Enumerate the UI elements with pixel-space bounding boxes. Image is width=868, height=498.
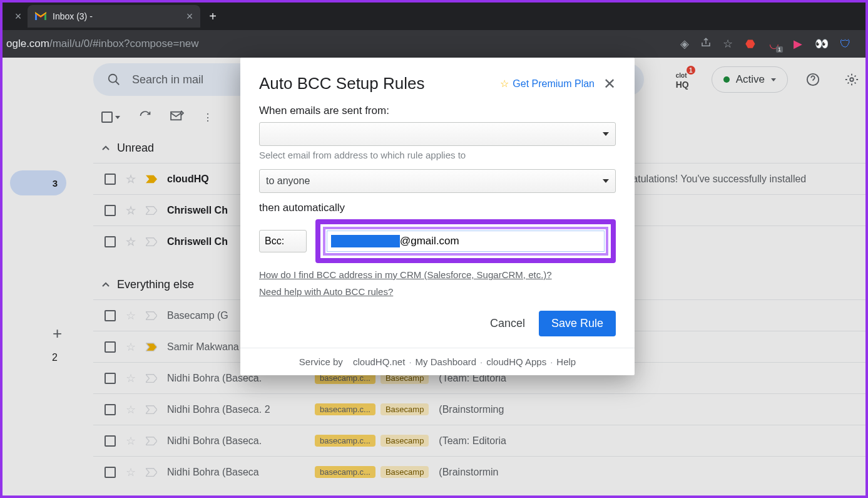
bcc-label: Bcc: — [265, 236, 284, 247]
label-chip[interactable]: basecamp.c... — [315, 403, 375, 415]
row-checkbox[interactable] — [105, 236, 116, 247]
bcc-suffix: @gmail.com — [400, 235, 459, 247]
rules-help-link[interactable]: Need help with Auto BCC rules? — [259, 286, 616, 297]
star-icon[interactable]: ☆ — [126, 371, 136, 385]
close-icon[interactable]: × — [186, 10, 193, 23]
chevron-down-icon — [771, 78, 776, 81]
section-title: Unread — [117, 142, 154, 155]
svg-point-2 — [850, 78, 854, 81]
label-chip[interactable]: basecamp.c... — [315, 435, 375, 447]
status-label: Active — [736, 73, 765, 86]
importance-icon[interactable] — [146, 206, 157, 215]
importance-icon[interactable] — [146, 374, 157, 383]
mark-read-icon[interactable] — [170, 110, 184, 124]
help-icon[interactable] — [799, 66, 827, 93]
star-icon[interactable]: ☆ — [126, 172, 136, 186]
footer-text: Service by — [299, 356, 343, 367]
rail-label-count[interactable]: 2 — [10, 352, 66, 363]
row-checkbox[interactable] — [105, 174, 116, 185]
bcc-type-select[interactable]: Bcc: — [259, 230, 307, 252]
save-rule-button[interactable]: Save Rule — [539, 311, 616, 336]
address-bar: ogle.com/mail/u/0/#inbox?compose=new ◈ ☆… — [3, 30, 865, 58]
badge-count: 1 — [687, 66, 695, 75]
modal-title: Auto BCC Setup Rules — [259, 74, 500, 93]
star-icon[interactable]: ☆ — [126, 309, 136, 323]
rail-inbox-count[interactable]: 3 — [10, 170, 66, 195]
more-icon[interactable]: ⋮ — [203, 112, 213, 123]
ext-ublock-icon[interactable]: ⬣ — [744, 38, 757, 50]
row-checkbox[interactable] — [105, 373, 116, 384]
row-checkbox[interactable] — [105, 341, 116, 353]
row-checkbox[interactable] — [105, 467, 116, 478]
importance-icon[interactable] — [146, 237, 157, 246]
ext-shield-icon[interactable]: 🛡 — [839, 38, 852, 50]
label-from: When emails are sent from: — [259, 105, 616, 117]
to-select[interactable]: to anyone — [259, 169, 616, 193]
row-checkbox[interactable] — [105, 404, 116, 415]
cloudhq-badge[interactable]: clotHQ 1 — [676, 70, 689, 90]
ext-play-icon[interactable]: ▶ — [792, 38, 804, 50]
importance-icon[interactable] — [146, 343, 157, 351]
star-icon[interactable]: ☆ — [126, 403, 136, 417]
mail-row[interactable]: ☆ Nidhi Bohra (Baseca. basecamp.c...Base… — [93, 425, 865, 456]
tab-title: Inbox (3) - — [53, 11, 93, 21]
share-icon[interactable] — [700, 37, 712, 51]
importance-icon[interactable] — [146, 405, 157, 414]
footer-apps-link[interactable]: cloudHQ Apps — [486, 356, 546, 367]
browser-tab-strip: × Inbox (3) - × + — [3, 3, 865, 30]
row-checkbox[interactable] — [105, 435, 116, 447]
mail-row[interactable]: ☆ Nidhi Bohra (Baseca basecamp.c...Basec… — [93, 456, 865, 487]
star-icon[interactable]: ☆ — [126, 204, 136, 217]
label-chip[interactable]: Basecamp — [380, 466, 429, 478]
settings-icon[interactable] — [838, 66, 865, 93]
importance-icon[interactable] — [146, 175, 157, 184]
cancel-button[interactable]: Cancel — [490, 317, 525, 330]
tab-active[interactable]: Inbox (3) - × — [28, 5, 200, 28]
section-title: Everything else — [117, 278, 194, 291]
ext-pocket-icon[interactable]: ◡1 — [768, 38, 780, 50]
footer-dashboard-link[interactable]: My Dashboard — [416, 356, 477, 367]
rail-plus-icon[interactable]: + — [53, 324, 62, 343]
from-hint: Select email from address to which rule … — [259, 150, 616, 160]
star-icon[interactable]: ☆ — [126, 340, 136, 354]
footer-help-link[interactable]: Help — [556, 356, 576, 367]
label-chip[interactable]: Basecamp — [380, 435, 429, 447]
ext-eyes-icon[interactable]: 👀 — [815, 38, 828, 50]
star-icon[interactable]: ☆ — [126, 235, 136, 249]
subject: (Team: Editoria — [439, 435, 865, 447]
label-chip[interactable]: Basecamp — [380, 403, 429, 415]
importance-icon[interactable] — [146, 468, 157, 477]
refresh-icon[interactable] — [139, 110, 151, 125]
close-icon[interactable]: × — [15, 10, 22, 23]
crm-help-link[interactable]: How do I find BCC address in my CRM (Sal… — [259, 269, 616, 280]
autobcc-modal: Auto BCC Setup Rules ☆Get Premium Plan ✕… — [240, 58, 635, 375]
modal-footer: Service by cloudHQ.net · My Dashboard · … — [240, 348, 635, 375]
status-dropdown[interactable]: Active — [712, 66, 788, 93]
label-chip[interactable]: basecamp.c... — [315, 466, 375, 478]
from-select[interactable] — [259, 122, 616, 146]
importance-icon[interactable] — [146, 437, 157, 445]
to-value: to anyone — [266, 175, 310, 187]
close-icon[interactable]: ✕ — [603, 75, 616, 93]
footer-brand-link[interactable]: cloudHQ.net — [353, 356, 405, 367]
tab-inactive[interactable]: × — [9, 5, 28, 28]
toolbar-icons: ◈ ☆ ⬣ ◡1 ▶ 👀 🛡 — [680, 37, 855, 51]
select-all-checkbox[interactable] — [101, 112, 120, 123]
bcc-email-input[interactable]: @gmail.com — [327, 231, 605, 252]
importance-icon[interactable] — [146, 311, 157, 320]
premium-link[interactable]: ☆Get Premium Plan — [500, 78, 595, 90]
url-field[interactable]: ogle.com/mail/u/0/#inbox?compose=new — [3, 38, 680, 50]
star-icon[interactable]: ☆ — [126, 434, 136, 448]
label-then: then automatically — [259, 202, 616, 214]
diamond-icon[interactable]: ◈ — [680, 37, 689, 51]
new-tab-button[interactable]: + — [200, 9, 225, 24]
bookmark-icon[interactable]: ☆ — [723, 37, 733, 51]
row-checkbox[interactable] — [105, 205, 116, 216]
chevron-up-icon — [102, 145, 110, 151]
star-icon: ☆ — [500, 78, 509, 90]
selected-text — [331, 235, 400, 247]
mail-row[interactable]: ☆ Nidhi Bohra (Baseca. 2 basecamp.c...Ba… — [93, 393, 865, 425]
row-checkbox[interactable] — [105, 310, 116, 321]
star-icon[interactable]: ☆ — [126, 465, 136, 479]
search-placeholder: Search in mail — [132, 73, 203, 86]
